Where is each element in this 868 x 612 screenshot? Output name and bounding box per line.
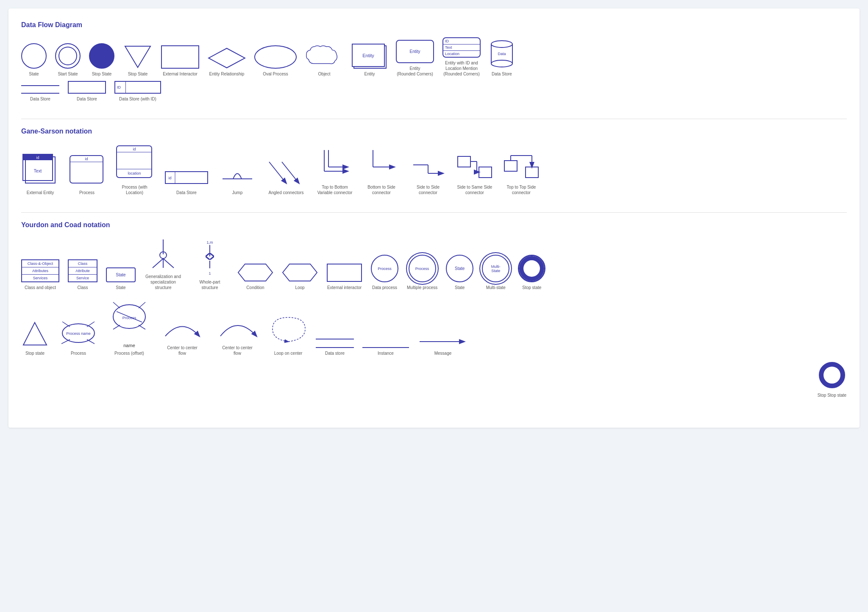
svg-point-5 xyxy=(491,60,512,67)
yc-center-flow-2: Center to center flow xyxy=(214,313,261,356)
dfd-entity-rounded: Entity Entity(Rounded Corners) xyxy=(396,40,434,77)
svg-rect-35 xyxy=(458,156,470,167)
gs-top-to-top: Top to Top Side connector xyxy=(502,152,540,195)
gs-jump: Jump xyxy=(218,162,256,195)
yc-class: Class Attribute Service Class xyxy=(68,259,97,290)
gs-external-entity: id Text External Entity xyxy=(21,153,59,195)
oval-process-label: Oval Process xyxy=(263,71,288,77)
gane-row1: id Text External Entity id Process xyxy=(21,144,847,195)
external-interactor-shape xyxy=(161,45,199,69)
yc-loop-center: Loop on center xyxy=(269,314,307,356)
yourdon-section: Yourdon and Coad notation Class-&-Object… xyxy=(21,221,847,398)
yc-stop-triangle: Stop state xyxy=(21,320,49,356)
yc-loop-center-label: Loop on center xyxy=(274,351,303,356)
yc-center-flow-1-label: Center to center flow xyxy=(163,345,201,356)
dfd-stop-state-1: Stop State xyxy=(89,43,114,77)
gs-side-to-side-shape xyxy=(411,156,445,182)
external-interactor-label: External Interactor xyxy=(163,71,198,77)
data-store-cylinder-label: Data Store xyxy=(492,71,512,77)
dfd-entity-relationship: Entity Relationship xyxy=(208,47,246,77)
yc-message-shape xyxy=(417,335,468,348)
gane-title: Gane-Sarson notation xyxy=(21,128,847,135)
gs-bottom-to-side-label: Bottom to Side connector xyxy=(362,184,401,195)
yourdon-row1: Class-&-Object Attributes Services Class… xyxy=(21,237,847,290)
yc-condition: Condition xyxy=(237,263,273,290)
yc-instance-shape xyxy=(362,347,409,348)
svg-text:id: id xyxy=(36,156,39,160)
stop-state-label-2: Stop State xyxy=(128,71,148,77)
yc-process-name-label: Process xyxy=(71,351,86,356)
yc-message-label: Message xyxy=(434,351,452,356)
svg-text:Process name: Process name xyxy=(66,331,91,336)
yc-instance-label: Instance xyxy=(378,351,394,356)
yc-state-circle: State State xyxy=(446,255,473,290)
svg-line-67 xyxy=(139,302,145,308)
yc-stop-triangle-shape xyxy=(21,320,49,348)
svg-text:id: id xyxy=(133,147,136,151)
yc-process-name-shape: Process name xyxy=(57,318,100,348)
gs-angled-connectors: Angled connectors xyxy=(265,158,307,195)
yc-process-name: Process name Process xyxy=(57,318,100,356)
yc-class-label: Class xyxy=(77,285,88,290)
yc-process-offset: Process name Process (offset) xyxy=(108,299,150,356)
gs-process-location: id location Process (with Location) xyxy=(114,144,155,195)
svg-rect-40 xyxy=(504,161,517,171)
dfd-stop-state-2: Stop State xyxy=(123,45,153,77)
main-page: Data Flow Diagram State Start State Stop… xyxy=(8,8,860,428)
gs-top-bottom-variable-shape xyxy=(318,148,352,182)
svg-point-73 xyxy=(823,367,840,384)
yc-instance: Instance xyxy=(362,347,409,356)
gs-angled-connectors-label: Angled connectors xyxy=(269,190,304,195)
gs-side-to-same-side: Side to Same Side connector xyxy=(456,152,494,195)
svg-line-65 xyxy=(113,302,120,308)
svg-marker-0 xyxy=(125,46,150,67)
yc-class-shape: Class Attribute Service xyxy=(68,259,97,282)
gs-bottom-to-side: Bottom to Side connector xyxy=(362,148,401,195)
yc-message: Message xyxy=(417,335,468,356)
yc-stop-stop-state-label: Stop Stop state xyxy=(818,392,846,398)
yc-state: State State xyxy=(106,267,136,290)
gs-external-entity-shape: id Text xyxy=(21,153,59,187)
yourdon-row2: Stop state Process name Process xyxy=(21,299,847,356)
svg-line-62 xyxy=(87,339,95,344)
svg-line-61 xyxy=(87,322,95,327)
gs-side-to-same-side-label: Side to Same Side connector xyxy=(456,184,494,195)
start-state-label: Start State xyxy=(58,71,78,77)
state-label: State xyxy=(29,71,39,77)
svg-marker-55 xyxy=(283,264,317,281)
yc-loop: Loop xyxy=(282,263,318,290)
dfd-object: Object xyxy=(305,43,343,77)
yc-gen-spec-shape xyxy=(146,237,180,271)
svg-line-25 xyxy=(282,162,299,183)
svg-line-60 xyxy=(61,339,70,344)
yc-class-and-object: Class-&-Object Attributes Services Class… xyxy=(21,259,59,290)
svg-marker-1 xyxy=(209,48,245,68)
gs-top-bottom-variable: Top to Bottom Variable connector xyxy=(316,148,354,195)
yc-condition-label: Condition xyxy=(246,285,264,290)
divider-1 xyxy=(21,119,847,119)
yc-multistate: Multi-State Multi-state xyxy=(482,255,509,290)
dfd-datastore-lines: Data Store xyxy=(21,85,59,102)
oval-process-shape xyxy=(254,45,297,69)
yc-loop-center-shape xyxy=(269,314,307,348)
gs-datastore-label: Data Store xyxy=(176,190,197,195)
svg-text:location: location xyxy=(128,171,141,175)
gs-top-to-top-shape xyxy=(502,152,540,182)
yc-multistate-label: Multi-state xyxy=(486,285,506,290)
yc-gen-spec-label: Generalization and specialization struct… xyxy=(144,274,182,290)
yc-stop-stop-state-shape xyxy=(817,360,847,390)
dfd-entity-with-id: ID Text Location Entity with ID and Loca… xyxy=(442,37,481,77)
yc-multiple-process-label: Multiple process xyxy=(407,285,437,290)
yc-gen-spec: Generalization and specialization struct… xyxy=(144,237,182,290)
yc-center-flow-1-shape xyxy=(159,313,206,342)
yc-data-process: Process Data process xyxy=(371,255,398,290)
svg-rect-41 xyxy=(526,167,538,178)
stop-state-label-1: Stop State xyxy=(92,71,112,77)
svg-marker-54 xyxy=(238,264,273,281)
gs-process-location-label: Process (with Location) xyxy=(116,184,154,195)
yc-center-flow-2-shape xyxy=(214,313,261,342)
yc-external-interactor-label: External interactor xyxy=(327,285,362,290)
yc-datastore-label: Data store xyxy=(325,351,345,356)
gs-angled-connectors-shape xyxy=(265,158,307,187)
gs-side-to-same-side-shape xyxy=(456,152,494,182)
